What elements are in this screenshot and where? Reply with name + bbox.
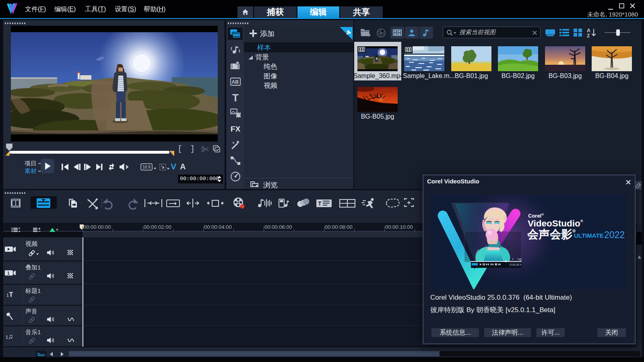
svg-text:T: T [318, 200, 322, 207]
svg-text:ULTIMATE: ULTIMATE [574, 232, 604, 239]
svg-text:0:00:00:0: 0:00:00:0 [510, 264, 521, 266]
svg-text:2022: 2022 [604, 230, 625, 240]
svg-text:16:9: 16:9 [142, 165, 151, 169]
svg-text:A: A [587, 28, 590, 33]
svg-text:1: 1 [7, 271, 10, 276]
svg-text:Z: Z [587, 33, 590, 38]
svg-text:会声会影®: 会声会影® [527, 228, 576, 241]
svg-text:VideoStudio®: VideoStudio® [528, 218, 583, 228]
svg-text:AB: AB [232, 79, 239, 85]
